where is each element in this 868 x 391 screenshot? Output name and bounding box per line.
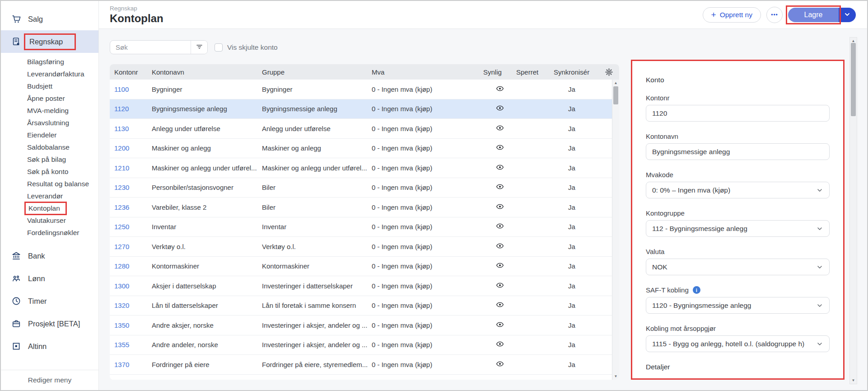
eye-icon[interactable] xyxy=(496,301,504,310)
sidebar-subitem-fordelingsnøkler[interactable]: Fordelingsnøkler xyxy=(1,226,98,239)
sidebar-item-regnskap[interactable]: Regnskap xyxy=(1,30,98,53)
table-row[interactable]: 1350Andre aksjer, norskeInvesteringer i … xyxy=(110,316,612,335)
table-row[interactable]: 1210Maskiner og anlegg under utførel...M… xyxy=(110,158,612,178)
create-new-button[interactable]: + Opprett ny xyxy=(703,7,761,23)
account-number-link[interactable]: 1210 xyxy=(114,164,129,172)
field-select[interactable]: 1120 - Bygningsmessige anlegg xyxy=(646,297,830,314)
sidebar-subitem-årsavslutning[interactable]: Årsavslutning xyxy=(1,117,98,129)
table-row[interactable]: 1270Verktøy o.l.Verktøy o.l.0 - Ingen mv… xyxy=(110,237,612,257)
column-header-synlig[interactable]: Synlig xyxy=(483,68,516,76)
filter-button[interactable] xyxy=(191,41,207,54)
sidebar-item-timer[interactable]: Timer xyxy=(1,290,98,312)
sidebar-item-altinn[interactable]: Altinn xyxy=(1,335,98,358)
page-scroll-down-icon[interactable]: ▼ xyxy=(850,378,857,382)
sidebar-item-bank[interactable]: Bank xyxy=(1,245,98,267)
column-header-gruppe[interactable]: Gruppe xyxy=(262,68,372,76)
search-input[interactable] xyxy=(110,41,191,54)
account-number-link[interactable]: 1280 xyxy=(114,262,129,270)
scroll-up-icon[interactable]: ▲ xyxy=(612,81,619,85)
column-header-kontonavn[interactable]: Kontonavn xyxy=(152,68,262,76)
column-header-synkronisér[interactable]: Synkronisér xyxy=(554,68,599,76)
save-dropdown-button[interactable] xyxy=(839,8,856,22)
sidebar-subitem-budsjett[interactable]: Budsjett xyxy=(1,80,98,92)
scroll-down-icon[interactable]: ▼ xyxy=(612,374,619,378)
sidebar-subitem-leverandørfaktura[interactable]: Leverandørfaktura xyxy=(1,68,98,80)
table-row[interactable]: 1320Lån til datterselskaperLån til foret… xyxy=(110,296,612,316)
eye-icon[interactable] xyxy=(496,163,504,173)
field-input[interactable]: 1120 xyxy=(646,105,830,122)
eye-icon[interactable] xyxy=(496,222,504,231)
account-number-link[interactable]: 1230 xyxy=(114,184,129,191)
save-button[interactable]: Lagre xyxy=(788,8,839,22)
table-row[interactable]: 1380Fordringer på ansatteFordringer på a… xyxy=(110,375,612,380)
account-number-link[interactable]: 1236 xyxy=(114,203,129,211)
account-number-link[interactable]: 1320 xyxy=(114,301,129,309)
eye-icon[interactable] xyxy=(496,242,504,251)
sidebar-item-salg[interactable]: Salg xyxy=(1,8,98,30)
table-row[interactable]: 1120Bygningsmessige anleggBygningsmessig… xyxy=(110,99,612,119)
account-number-link[interactable]: 1120 xyxy=(114,105,129,113)
table-row[interactable]: 1250InventarInventar0 - Ingen mva (kjøp)… xyxy=(110,217,612,237)
account-number-link[interactable]: 1100 xyxy=(114,85,129,93)
sidebar-subitem-leverandør[interactable]: Leverandør xyxy=(1,190,98,202)
eye-icon[interactable] xyxy=(496,104,504,113)
account-number-link[interactable]: 1270 xyxy=(114,243,129,250)
info-icon[interactable]: i xyxy=(693,286,700,294)
sidebar-item-lønn[interactable]: Lønn xyxy=(1,267,98,290)
column-header-sperret[interactable]: Sperret xyxy=(516,68,554,76)
account-number-link[interactable]: 1300 xyxy=(114,282,129,290)
column-header-kontonr[interactable]: Kontonr xyxy=(110,68,152,76)
sidebar-subitem-bilagsføring[interactable]: Bilagsføring xyxy=(1,56,98,68)
eye-icon[interactable] xyxy=(496,320,504,330)
table-row[interactable]: 1300Aksjer i datterselskapInvesteringer … xyxy=(110,276,612,296)
page-scroll-up-icon[interactable]: ▲ xyxy=(850,39,857,43)
sidebar-subitem-kontoplan[interactable]: Kontoplan xyxy=(1,202,98,214)
field-select[interactable]: 112 - Bygningsmessige anlegg xyxy=(646,220,830,237)
table-row[interactable]: 1236Varebiler, klasse 2Biler0 - Ingen mv… xyxy=(110,198,612,217)
eye-icon[interactable] xyxy=(496,360,504,369)
field-select[interactable]: NOK xyxy=(646,259,830,275)
eye-icon[interactable] xyxy=(496,340,504,349)
account-number-link[interactable]: 1370 xyxy=(114,361,129,368)
table-row[interactable]: 1100BygningerBygninger0 - Ingen mva (kjø… xyxy=(110,80,612,99)
sidebar-item-prosjekt-beta[interactable]: Prosjekt [BETA] xyxy=(1,312,98,335)
sidebar-subitem-eiendeler[interactable]: Eiendeler xyxy=(1,129,98,141)
eye-icon[interactable] xyxy=(496,85,504,94)
sidebar-subitem-saldobalanse[interactable]: Saldobalanse xyxy=(1,141,98,153)
field-select[interactable]: 0: 0% – Ingen mva (kjøp) xyxy=(646,182,830,198)
eye-icon[interactable] xyxy=(496,261,504,271)
account-number-link[interactable]: 1250 xyxy=(114,223,129,231)
sidebar-subitem-resultat-og-balanse[interactable]: Resultat og balanse xyxy=(1,178,98,190)
table-row[interactable]: 1280KontormaskinerKontormaskiner0 - Inge… xyxy=(110,257,612,277)
gear-icon[interactable] xyxy=(605,68,613,76)
eye-icon[interactable] xyxy=(496,379,504,380)
sidebar-subitem-søk-på-konto[interactable]: Søk på konto xyxy=(1,165,98,178)
account-number-link[interactable]: 1200 xyxy=(114,144,129,152)
table-scrollbar-thumb[interactable] xyxy=(613,86,618,104)
sidebar-subitem-åpne-poster[interactable]: Åpne poster xyxy=(1,92,98,104)
more-options-button[interactable]: ••• xyxy=(766,7,783,23)
table-row[interactable]: 1200Maskiner og anleggMaskiner og anlegg… xyxy=(110,139,612,159)
eye-icon[interactable] xyxy=(496,183,504,192)
field-input[interactable]: Bygningsmessige anlegg xyxy=(646,143,830,160)
page-scrollbar-thumb[interactable] xyxy=(851,43,856,116)
sidebar-subitem-søk-på-bilag[interactable]: Søk på bilag xyxy=(1,153,98,165)
table-row[interactable]: 1355Andre andeler, norskeInvesteringer i… xyxy=(110,335,612,355)
table-row[interactable]: 1370Fordringer på eiereFordringer på eie… xyxy=(110,355,612,375)
eye-icon[interactable] xyxy=(496,281,504,291)
eye-icon[interactable] xyxy=(496,203,504,212)
show-hidden-checkbox[interactable] xyxy=(215,43,223,52)
edit-menu-link[interactable]: Rediger meny xyxy=(28,376,72,384)
table-row[interactable]: 1230Personbiler/stasjonsvognerBiler0 - I… xyxy=(110,178,612,198)
eye-icon[interactable] xyxy=(496,143,504,153)
account-number-link[interactable]: 1350 xyxy=(114,321,129,329)
table-row[interactable]: 1130Anlegg under utførelseAnlegg under u… xyxy=(110,119,612,139)
table-scrollbar[interactable]: ▲ ▼ xyxy=(612,80,619,380)
sidebar-subitem-valutakurser[interactable]: Valutakurser xyxy=(1,214,98,226)
page-scrollbar[interactable]: ▲ ▼ xyxy=(849,37,857,384)
column-header-mva[interactable]: Mva xyxy=(372,68,483,76)
account-number-link[interactable]: 1130 xyxy=(114,125,129,132)
account-number-link[interactable]: 1355 xyxy=(114,341,129,349)
field-select[interactable]: 1115 - Bygg og anlegg, hotell o.l. (sald… xyxy=(646,335,830,352)
sidebar-subitem-mva-melding[interactable]: MVA-melding xyxy=(1,104,98,117)
